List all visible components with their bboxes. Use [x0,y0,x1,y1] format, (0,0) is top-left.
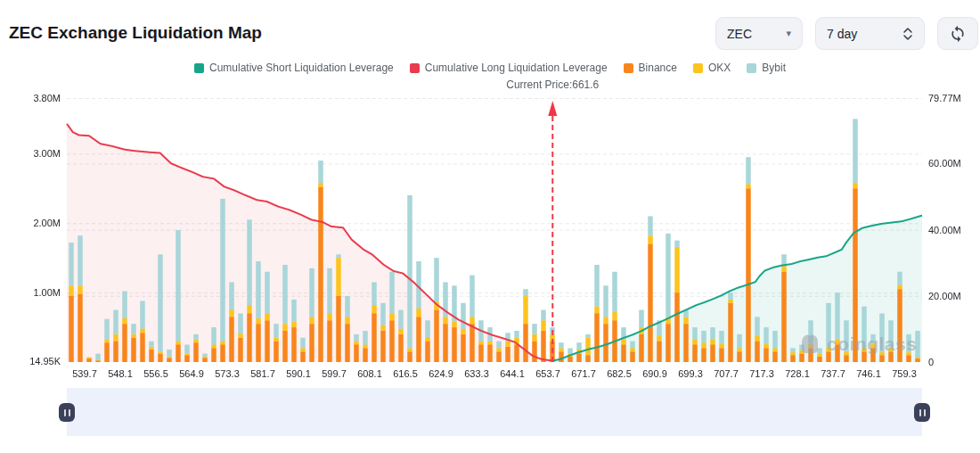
axis-tick-label: 548.1 [108,368,133,379]
axis-tick-label: 644.1 [500,368,525,379]
axis-tick-label: 682.5 [607,368,632,379]
axis-tick-label: 737.7 [821,368,845,379]
slider-left-handle[interactable] [59,403,75,422]
axis-tick-label: 608.1 [357,368,382,379]
axis-tick-label: 728.1 [785,368,810,379]
x-axis: 539.7548.1556.5564.9573.3581.7590.1599.7… [0,0,980,453]
axis-tick-label: 699.3 [678,368,703,379]
axis-tick-label: 759.3 [892,368,917,379]
axis-tick-label: 573.3 [215,368,240,379]
axis-tick-label: 539.7 [72,368,97,379]
zoom-slider-track[interactable] [67,388,922,436]
axis-tick-label: 690.9 [642,368,667,379]
axis-tick-label: 616.5 [393,368,418,379]
liquidation-map-page: ZEC Exchange Liquidation Map ZEC ▾ 7 day… [0,0,980,453]
axis-tick-label: 633.3 [464,368,489,379]
axis-tick-label: 653.7 [535,368,560,379]
axis-tick-label: 564.9 [179,368,204,379]
axis-tick-label: 556.5 [143,368,168,379]
slider-right-handle[interactable] [914,403,930,422]
axis-tick-label: 707.7 [714,368,739,379]
axis-tick-label: 581.7 [250,368,275,379]
axis-tick-label: 590.1 [286,368,311,379]
axis-tick-label: 624.9 [429,368,453,379]
axis-tick-label: 671.7 [571,368,596,379]
liquidation-chart: Cumulative Short Liquidation LeverageCum… [0,0,980,453]
axis-tick-label: 717.3 [749,368,774,379]
axis-tick-label: 599.7 [322,368,347,379]
axis-tick-label: 746.1 [856,368,881,379]
